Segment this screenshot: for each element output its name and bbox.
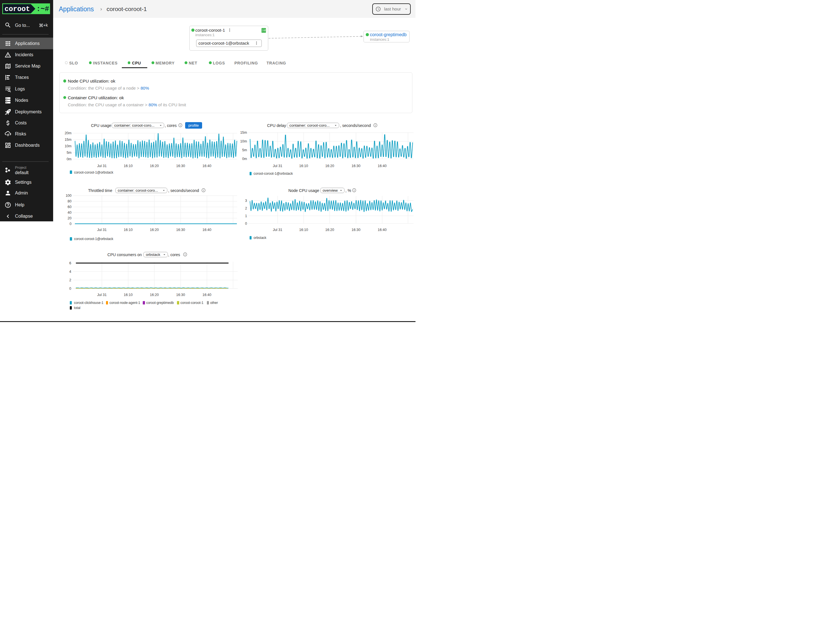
svg-text:10m: 10m bbox=[240, 139, 247, 143]
svg-text:16:30: 16:30 bbox=[176, 228, 185, 232]
svg-text:16:40: 16:40 bbox=[377, 164, 386, 168]
svg-text:Jul 31: Jul 31 bbox=[97, 293, 107, 297]
svg-text:0m: 0m bbox=[67, 157, 72, 161]
svg-text:20: 20 bbox=[68, 216, 72, 220]
svg-text:16:40: 16:40 bbox=[202, 164, 211, 168]
svg-text:5m: 5m bbox=[67, 151, 72, 155]
svg-text:16:10: 16:10 bbox=[124, 228, 132, 232]
svg-text:3: 3 bbox=[245, 199, 247, 203]
svg-text:16:40: 16:40 bbox=[377, 228, 386, 232]
svg-text:60: 60 bbox=[68, 205, 72, 209]
svg-text:80: 80 bbox=[68, 199, 72, 203]
svg-text:0m: 0m bbox=[242, 157, 247, 161]
svg-text:16:10: 16:10 bbox=[124, 164, 132, 168]
svg-text:16:40: 16:40 bbox=[202, 293, 211, 297]
svg-text:Jul 31: Jul 31 bbox=[97, 164, 107, 168]
svg-text:20m: 20m bbox=[65, 131, 72, 135]
svg-text:1: 1 bbox=[245, 214, 247, 218]
svg-text:40: 40 bbox=[68, 210, 72, 215]
svg-text:0: 0 bbox=[245, 222, 247, 226]
svg-text:Jul 31: Jul 31 bbox=[97, 228, 107, 232]
svg-text:16:20: 16:20 bbox=[150, 293, 159, 297]
svg-text:16:10: 16:10 bbox=[299, 164, 308, 168]
svg-text:15m: 15m bbox=[240, 131, 247, 135]
svg-text:100: 100 bbox=[65, 194, 72, 198]
svg-text:16:10: 16:10 bbox=[299, 228, 308, 232]
svg-text:15m: 15m bbox=[65, 138, 72, 142]
svg-text:16:10: 16:10 bbox=[124, 293, 132, 297]
svg-text:16:20: 16:20 bbox=[325, 164, 334, 168]
svg-text:Jul 31: Jul 31 bbox=[273, 228, 282, 232]
svg-text:0: 0 bbox=[69, 287, 71, 291]
svg-text:4: 4 bbox=[69, 270, 71, 274]
svg-text:16:20: 16:20 bbox=[150, 228, 159, 232]
svg-text:6: 6 bbox=[69, 261, 71, 265]
svg-text:2: 2 bbox=[69, 278, 71, 282]
svg-text:16:20: 16:20 bbox=[325, 228, 334, 232]
svg-text:5m: 5m bbox=[242, 148, 247, 152]
svg-text:2: 2 bbox=[245, 206, 247, 210]
svg-text:16:30: 16:30 bbox=[176, 164, 185, 168]
svg-text:16:30: 16:30 bbox=[352, 164, 360, 168]
svg-text:Jul 31: Jul 31 bbox=[273, 164, 282, 168]
svg-text:16:30: 16:30 bbox=[176, 293, 185, 297]
svg-text:10m: 10m bbox=[65, 144, 72, 148]
svg-text:16:30: 16:30 bbox=[352, 228, 360, 232]
svg-text:0: 0 bbox=[70, 222, 72, 226]
svg-text:16:40: 16:40 bbox=[202, 228, 211, 232]
svg-text:16:20: 16:20 bbox=[150, 164, 159, 168]
